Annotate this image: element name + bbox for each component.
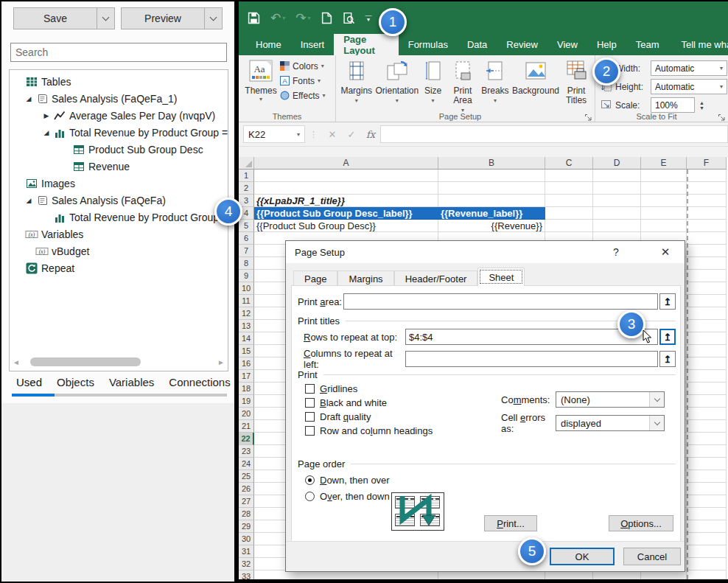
grid-cell-F20[interactable]	[687, 408, 727, 420]
close-icon[interactable]: ✕	[651, 242, 680, 262]
row-header-30[interactable]: 30	[239, 533, 254, 545]
grid-cell-B1[interactable]	[438, 170, 545, 182]
tree-item-average-sales-per-day-nvqpv[interactable]: ▶Average Sales Per Day (nvqpV)	[10, 107, 228, 124]
grid-cell-F28[interactable]	[687, 508, 727, 520]
grid-cell-F15[interactable]	[687, 345, 727, 357]
horizontal-scrollbar[interactable]: ◄ ►	[10, 356, 228, 368]
row-header-6[interactable]: 6	[239, 232, 254, 245]
grid-cell-F14[interactable]	[687, 332, 727, 345]
row-header-14[interactable]: 14	[239, 332, 254, 345]
grid-cell-F5[interactable]	[687, 220, 727, 232]
tree-item-images[interactable]: Images	[10, 175, 228, 192]
row-header-28[interactable]: 28	[239, 508, 254, 520]
save-icon[interactable]	[248, 12, 260, 24]
column-header-A[interactable]: A	[254, 157, 438, 170]
grid-cell-B3[interactable]	[438, 195, 545, 207]
grid-cell-F24[interactable]	[687, 458, 727, 470]
row-header-26[interactable]: 26	[239, 483, 254, 495]
row-header-21[interactable]: 21	[239, 420, 254, 433]
preview-button[interactable]: Preview	[121, 7, 223, 29]
themes-button[interactable]: Aa Themes ▾	[245, 60, 277, 102]
undo-icon[interactable]: ↶▾	[270, 10, 285, 26]
tree-item-total-revenue-by-product-group-6[interactable]: ◢Total Revenue by Product Group = $6	[10, 124, 228, 141]
panel-tab-used[interactable]: Used	[16, 376, 42, 388]
fonts-button[interactable]: A Fonts▾	[280, 74, 325, 87]
customize-toolbar-icon[interactable]: —▾	[365, 13, 372, 22]
grid-cell-F31[interactable]	[687, 545, 727, 558]
grid-cell-F12[interactable]	[687, 307, 727, 320]
background-button[interactable]: Background	[512, 59, 559, 115]
grid-cell-E2[interactable]	[641, 182, 687, 195]
grid-cell-F2[interactable]	[687, 182, 727, 195]
row-header-15[interactable]: 15	[239, 345, 254, 357]
column-header-C[interactable]: C	[545, 157, 593, 170]
row-header-17[interactable]: 17	[239, 370, 254, 383]
grid-cell-A5[interactable]: {{Product Sub Group Desc}}	[254, 220, 438, 232]
grid-cell-F16[interactable]	[687, 357, 727, 370]
tree-item-product-sub-group-desc[interactable]: Product Sub Group Desc	[10, 141, 228, 158]
ribbon-tab-review[interactable]: Review	[497, 34, 547, 55]
row-header-18[interactable]: 18	[239, 383, 254, 395]
print-area-input[interactable]	[343, 293, 658, 310]
row-header-10[interactable]: 10	[239, 282, 254, 295]
confirm-entry-icon[interactable]: ✓	[342, 129, 361, 140]
ribbon-tab-help[interactable]: Help	[587, 34, 626, 55]
row-header-27[interactable]: 27	[239, 495, 254, 508]
breaks-button[interactable]: Breaks▾	[480, 59, 511, 115]
row-header-2[interactable]: 2	[239, 182, 254, 195]
row-header-29[interactable]: 29	[239, 520, 254, 533]
height-dropdown[interactable]: Automatic▾	[651, 79, 727, 94]
grid-cell-B2[interactable]	[438, 182, 545, 195]
row-header-8[interactable]: 8	[239, 257, 254, 270]
print-area-collapse-icon[interactable]: ↥	[659, 293, 676, 310]
grid-cell-F11[interactable]	[687, 295, 727, 307]
grid-cell-F10[interactable]	[687, 282, 727, 295]
row-header-1[interactable]: 1	[239, 170, 254, 182]
row-header-9[interactable]: 9	[239, 270, 254, 282]
scroll-left-arrow-icon[interactable]: ◄	[10, 358, 23, 366]
effects-button[interactable]: Effects▾	[280, 89, 325, 102]
grid-cell-D4[interactable]	[593, 207, 641, 220]
colors-button[interactable]: Colors▾	[280, 60, 325, 72]
grid-cell-C1[interactable]	[545, 170, 593, 182]
tree-item-total-revenue-by-product-group[interactable]: Total Revenue by Product Group = $	[10, 209, 228, 226]
grid-cell-F23[interactable]	[687, 445, 727, 458]
search-input[interactable]	[10, 43, 227, 62]
tree-item-sales-analysis-faqefa[interactable]: ◢Sales Analysis (FaQeFa)	[10, 192, 228, 209]
ribbon-tab-page-layout[interactable]: Page Layout	[334, 34, 399, 55]
formula-input[interactable]	[380, 125, 728, 143]
row-header-22[interactable]: 22	[239, 433, 254, 445]
column-header-D[interactable]: D	[593, 157, 641, 170]
size-button[interactable]: Size▾	[420, 59, 446, 115]
options-button[interactable]: Options...	[609, 515, 673, 531]
column-header-E[interactable]: E	[641, 157, 687, 170]
grid-cell-F21[interactable]	[687, 420, 727, 433]
scale-dialog-launcher-icon[interactable]	[718, 111, 727, 120]
formula-bar-handle[interactable]: ⋮	[309, 130, 318, 139]
scroll-right-arrow-icon[interactable]: ►	[214, 358, 228, 366]
panel-tab-objects[interactable]: Objects	[57, 376, 94, 388]
tree-expander-icon[interactable]: ◢	[23, 95, 35, 102]
grid-cell-F26[interactable]	[687, 483, 727, 495]
grid-cell-F9[interactable]	[687, 270, 727, 282]
cols-repeat-collapse-icon[interactable]: ↥	[659, 351, 676, 367]
print-button[interactable]: Print...	[484, 515, 537, 531]
row-header-23[interactable]: 23	[239, 445, 254, 458]
grid-cell-F30[interactable]	[687, 533, 727, 545]
grid-cell-F13[interactable]	[687, 320, 727, 332]
grid-cell-F7[interactable]	[687, 245, 727, 257]
grid-cell-A2[interactable]	[254, 182, 438, 195]
width-dropdown[interactable]: Automatic▾	[651, 60, 727, 76]
scrollbar-track[interactable]	[23, 357, 214, 366]
select-all-corner[interactable]	[239, 157, 254, 170]
panel-tab-connections[interactable]: Connections	[169, 376, 230, 388]
dialog-help-button[interactable]: ?	[605, 244, 627, 260]
cell-errors-dropdown[interactable]: displayed	[556, 415, 665, 431]
grid-cell-D1[interactable]	[593, 170, 641, 182]
ribbon-tab-data[interactable]: Data	[458, 34, 497, 55]
grid-cell-F19[interactable]	[687, 395, 727, 408]
row-header-12[interactable]: 12	[239, 307, 254, 320]
grid-cell-D5[interactable]	[593, 220, 641, 232]
grid-cell-F17[interactable]	[687, 370, 727, 383]
grid-cell-E4[interactable]	[641, 207, 687, 220]
